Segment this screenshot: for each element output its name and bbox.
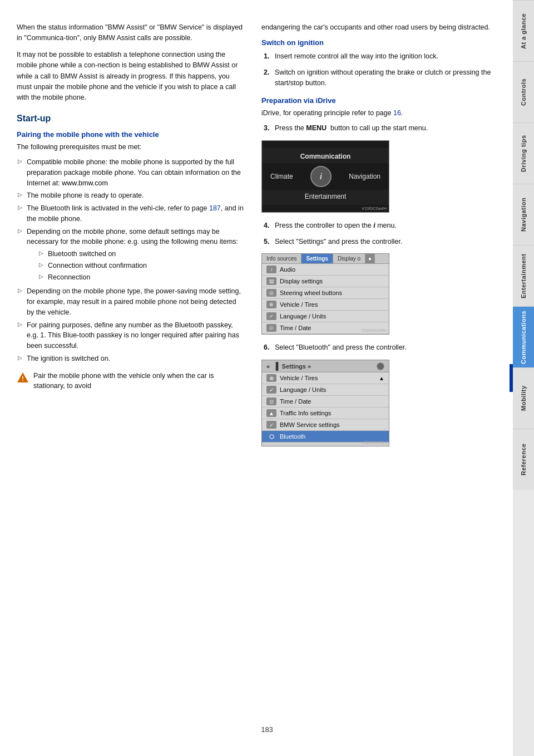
list-item: Connection without confirmation bbox=[38, 260, 245, 272]
warning-text: Pair the mobile phone with the vehicle o… bbox=[33, 371, 245, 392]
menu-label: Traffic Info settings bbox=[280, 410, 331, 416]
list-item: Depending on the mobile phone, some defa… bbox=[17, 225, 245, 286]
tab-display: Display o bbox=[333, 254, 365, 263]
screen-middle-row: Climate i Navigation bbox=[262, 163, 389, 190]
settings-item-display: ▤ Display settings bbox=[262, 276, 389, 287]
intro-para-2: It may not be possible to establish a te… bbox=[17, 50, 245, 104]
menu-label: BMW Service settings bbox=[280, 421, 340, 428]
right-column: endangering the car's occupants and othe… bbox=[256, 22, 513, 734]
list-item: Compatible mobile phone: the mobile phon… bbox=[17, 156, 245, 189]
sidebar-tab-communications[interactable]: Communications bbox=[513, 306, 534, 367]
idrive-intro: iDrive, for operating principle refer to… bbox=[261, 108, 502, 119]
settings-item-language: ✓ Language / Units bbox=[262, 311, 389, 322]
sidebar-tab-driving-tips[interactable]: Driving tips bbox=[513, 122, 534, 184]
bt-screen-title: « ▐ Settings » bbox=[266, 362, 311, 370]
step-item: 3. Press the MENU button to call up the … bbox=[261, 122, 502, 136]
warning-continuation: endangering the car's occupants and othe… bbox=[261, 22, 502, 33]
screen-center-circle: i bbox=[310, 166, 332, 187]
sidebar-tab-entertainment[interactable]: Entertainment bbox=[513, 245, 534, 306]
traffic-icon: ▲ bbox=[266, 409, 276, 417]
menu-label: Audio bbox=[280, 266, 295, 273]
step-number: 5. bbox=[264, 237, 269, 247]
page-indicator bbox=[510, 364, 513, 392]
vehicle-icon: ⊕ bbox=[266, 301, 276, 308]
list-item: The Bluetooth link is activated in the v… bbox=[17, 202, 245, 225]
step-item: 1. Insert remote control all the way int… bbox=[261, 50, 502, 64]
step-number: 1. bbox=[264, 51, 269, 62]
menu-label: Display settings bbox=[280, 278, 323, 284]
tab-settings: Settings bbox=[301, 254, 333, 263]
sub-heading-preparation: Preparation via iDrive bbox=[261, 96, 502, 105]
time-date-icon: ⊙ bbox=[266, 397, 276, 405]
bt-item-vehicle: ⊕ Vehicle / Tires ▲ bbox=[262, 372, 389, 384]
time-icon: ⊙ bbox=[266, 324, 276, 332]
settings-screen: Info sources Settings Display o ● ♪ Audi… bbox=[261, 253, 389, 335]
bluetooth-icon: ⬡ bbox=[266, 433, 276, 440]
website-link: www.bmw.com bbox=[62, 179, 108, 187]
image-watermark-2: V22b01z04H bbox=[361, 328, 387, 333]
bullet-list-prerequisites: Compatible mobile phone: the mobile phon… bbox=[17, 156, 245, 365]
step-item: 6. Select "Bluetooth" and press the cont… bbox=[261, 341, 502, 355]
screen-right-label: Navigation bbox=[349, 173, 380, 180]
prerequisites-intro: The following prerequisites must be met: bbox=[17, 142, 245, 153]
sub-heading-switch-on-ignition: Switch on ignition bbox=[261, 38, 502, 47]
language-icon: ✓ bbox=[266, 312, 276, 320]
svg-text:!: ! bbox=[22, 375, 24, 382]
i-menu-label: i bbox=[373, 222, 375, 229]
ignition-steps: 1. Insert remote control all the way int… bbox=[261, 50, 502, 90]
sub-heading-pairing: Pairing the mobile phone with the vehicl… bbox=[17, 130, 245, 139]
list-item: Reconnection bbox=[38, 272, 245, 283]
menu-label: Vehicle / Tires bbox=[280, 301, 318, 308]
page-link-187: 187 bbox=[209, 204, 221, 212]
sidebar-tab-at-a-glance[interactable]: At a glance bbox=[513, 0, 534, 61]
menu-label: Time / Date bbox=[280, 325, 311, 331]
left-column: When the status information "BMW Assist"… bbox=[0, 22, 256, 734]
settings-item-vehicle: ⊕ Vehicle / Tires bbox=[262, 299, 389, 311]
step-item: 2. Switch on ignition without operating … bbox=[261, 66, 502, 91]
steering-icon: ◎ bbox=[266, 289, 276, 297]
step-number: 6. bbox=[264, 342, 269, 353]
image-watermark-3: V22b01z08H bbox=[361, 440, 387, 445]
step-number: 3. bbox=[264, 123, 269, 134]
list-item: The ignition is switched on. bbox=[17, 352, 245, 365]
step-item: 5. Select "Settings" and press the contr… bbox=[261, 235, 502, 249]
preparation-steps: 3. Press the MENU button to call up the … bbox=[261, 122, 502, 136]
step-6: 6. Select "Bluetooth" and press the cont… bbox=[261, 341, 502, 355]
menu-label: Bluetooth bbox=[280, 433, 305, 440]
bt-item-bmw-service: ✓ BMW Service settings bbox=[262, 419, 389, 431]
sidebar: At a glance Controls Driving tips Naviga… bbox=[513, 0, 534, 756]
sidebar-tab-mobility[interactable]: Mobility bbox=[513, 367, 534, 429]
bt-item-time: ⊙ Time / Date bbox=[262, 396, 389, 408]
bt-header: « ▐ Settings » bbox=[262, 360, 389, 372]
warning-box: ! Pair the mobile phone with the vehicle… bbox=[17, 369, 245, 394]
menu-button-label: MENU bbox=[306, 124, 327, 132]
settings-item-audio: ♪ Audio bbox=[262, 264, 389, 276]
screen-left-label: Climate bbox=[270, 173, 293, 180]
screen-bottom-label: Entertainment bbox=[262, 190, 389, 205]
list-item: Bluetooth switched on bbox=[38, 248, 245, 260]
tab-dot: ● bbox=[365, 254, 375, 263]
menu-label: Steering wheel buttons bbox=[280, 289, 342, 296]
language-units-icon: ✓ bbox=[266, 386, 276, 394]
tab-info-sources: Info sources bbox=[262, 254, 301, 263]
screen-top-label: Communication bbox=[262, 148, 389, 163]
step-number: 2. bbox=[264, 67, 269, 78]
warning-icon: ! bbox=[17, 372, 29, 383]
sidebar-tab-navigation[interactable]: Navigation bbox=[513, 184, 534, 245]
audio-icon: ♪ bbox=[266, 266, 276, 273]
bluetooth-screen: « ▐ Settings » ⊕ Vehicle / Tires ▲ ✓ Lan… bbox=[261, 360, 389, 446]
display-icon: ▤ bbox=[266, 277, 276, 285]
bmw-service-icon: ✓ bbox=[266, 421, 276, 429]
settings-tab-row: Info sources Settings Display o ● bbox=[262, 254, 389, 264]
list-item: Depending on the mobile phone type, the … bbox=[17, 285, 245, 318]
menu-label: Language / Units bbox=[280, 313, 326, 320]
image-watermark: V19DC0a4H bbox=[362, 206, 387, 211]
sidebar-tab-controls[interactable]: Controls bbox=[513, 61, 534, 122]
sidebar-tab-reference[interactable]: Reference bbox=[513, 429, 534, 490]
intro-para-1: When the status information "BMW Assist"… bbox=[17, 22, 245, 44]
menu-label: Language / Units bbox=[280, 386, 326, 393]
list-item: The mobile phone is ready to operate. bbox=[17, 189, 245, 202]
list-item: For pairing purposes, define any number … bbox=[17, 319, 245, 352]
idrive-screen: Communication Climate i Navigation Enter… bbox=[261, 140, 389, 213]
bt-dot-icon bbox=[377, 362, 384, 370]
